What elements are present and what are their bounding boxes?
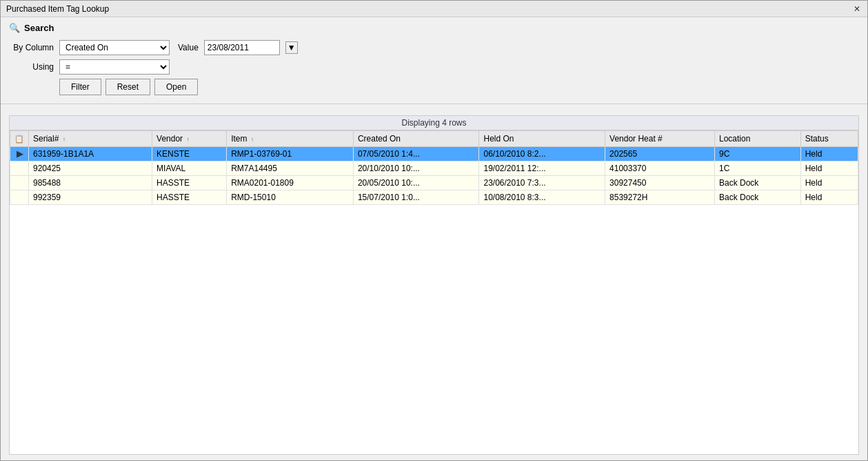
col-vendor-heat[interactable]: Vendor Heat # — [605, 131, 715, 147]
table-row[interactable]: 985488HASSTERMA0201-0180920/05/2010 10:.… — [10, 176, 858, 190]
row-indicator-cell — [10, 176, 29, 190]
vendor-cell: KENSTE — [152, 147, 227, 161]
status-cell: Held — [800, 190, 858, 205]
col-status[interactable]: Status — [800, 131, 858, 147]
held-on-cell: 19/02/2011 12:... — [479, 161, 605, 176]
location-cell: 1C — [715, 161, 801, 176]
table-body: ▶631959-1B1A1AKENSTERMP1-03769-0107/05/2… — [10, 147, 858, 205]
col-serial[interactable]: Serial# ↑ — [29, 131, 152, 147]
col-created-on[interactable]: Created On — [353, 131, 479, 147]
by-column-label: By Column — [9, 43, 54, 52]
col-vendor[interactable]: Vendor ↑ — [152, 131, 227, 147]
col-held-on[interactable]: Held On — [479, 131, 605, 147]
vendor-cell: MIAVAL — [152, 161, 227, 176]
filter-button[interactable]: Filter — [59, 79, 101, 95]
button-row: Filter Reset Open — [59, 79, 859, 95]
row-indicator-cell — [10, 190, 29, 205]
grid-section: Displaying 4 rows 📋 Serial# ↑ — [1, 110, 867, 460]
item-sort-icon: ↑ — [251, 136, 254, 143]
status-cell: Held — [800, 176, 858, 190]
main-window: Purchased Item Tag Lookup ✕ 🔍 Search By … — [0, 0, 868, 461]
open-button[interactable]: Open — [154, 79, 198, 95]
held-on-cell: 06/10/2010 8:2... — [479, 147, 605, 161]
column-select[interactable]: Created OnSerial#VendorItemHeld OnVendor… — [59, 40, 170, 55]
serial-sort-icon: ↑ — [63, 136, 66, 143]
using-row: Using =<><=>=<>LIKE — [9, 59, 859, 75]
created-on-cell: 20/05/2010 10:... — [353, 176, 479, 190]
held-on-cell: 23/06/2010 7:3... — [479, 176, 605, 190]
by-column-row: By Column Created OnSerial#VendorItemHel… — [9, 40, 859, 55]
search-header: 🔍 Search — [9, 23, 859, 33]
search-section: 🔍 Search By Column Created OnSerial#Vend… — [1, 17, 867, 104]
created-on-cell: 15/07/2010 1:0... — [353, 190, 479, 205]
search-icon: 🔍 — [9, 23, 20, 33]
close-button[interactable]: ✕ — [852, 4, 862, 14]
value-input[interactable] — [204, 40, 280, 55]
vendor-heat-cell: 41003370 — [605, 161, 715, 176]
serial-cell: 920425 — [29, 161, 152, 176]
data-table: 📋 Serial# ↑ Vendor ↑ Item — [10, 130, 858, 205]
title-bar: Purchased Item Tag Lookup ✕ — [1, 1, 867, 17]
value-dropdown-btn[interactable]: ▼ — [285, 41, 298, 54]
created-on-cell: 07/05/2010 1:4... — [353, 147, 479, 161]
status-cell: Held — [800, 161, 858, 176]
header-row: 📋 Serial# ↑ Vendor ↑ Item — [10, 131, 858, 147]
location-cell: 9C — [715, 147, 801, 161]
content-area: 🔍 Search By Column Created OnSerial#Vend… — [1, 17, 867, 460]
row-indicator-cell — [10, 161, 29, 176]
vendor-sort-icon: ↑ — [186, 136, 190, 143]
vendor-heat-cell: 8539272H — [605, 190, 715, 205]
grid-container[interactable]: 📋 Serial# ↑ Vendor ↑ Item — [9, 130, 859, 455]
section-divider — [1, 104, 867, 110]
vendor-cell: HASSTE — [152, 190, 227, 205]
vendor-heat-cell: 30927450 — [605, 176, 715, 190]
col-item[interactable]: Item ↑ — [227, 131, 354, 147]
table-row[interactable]: 920425MIAVALRM7A1449520/10/2010 10:...19… — [10, 161, 858, 176]
held-on-cell: 10/08/2010 8:3... — [479, 190, 605, 205]
item-cell: RM7A14495 — [227, 161, 354, 176]
col-location[interactable]: Location — [715, 131, 801, 147]
table-icon: 📋 — [14, 135, 24, 143]
vendor-heat-cell: 202565 — [605, 147, 715, 161]
created-on-cell: 20/10/2010 10:... — [353, 161, 479, 176]
table-row[interactable]: 992359HASSTERMD-1501015/07/2010 1:0...10… — [10, 190, 858, 205]
serial-cell: 631959-1B1A1A — [29, 147, 152, 161]
using-label: Using — [9, 62, 54, 72]
item-cell: RMA0201-01809 — [227, 176, 354, 190]
grid-info: Displaying 4 rows — [9, 115, 859, 130]
row-indicator-cell: ▶ — [10, 147, 29, 161]
window-title: Purchased Item Tag Lookup — [6, 4, 109, 14]
item-cell: RMD-15010 — [227, 190, 354, 205]
using-select[interactable]: =<><=>=<>LIKE — [59, 59, 170, 75]
table-header: 📋 Serial# ↑ Vendor ↑ Item — [10, 131, 858, 147]
value-label: Value — [178, 43, 199, 52]
search-label: Search — [24, 23, 54, 33]
status-cell: Held — [800, 147, 858, 161]
item-cell: RMP1-03769-01 — [227, 147, 354, 161]
serial-cell: 985488 — [29, 176, 152, 190]
location-cell: Back Dock — [715, 176, 801, 190]
table-row[interactable]: ▶631959-1B1A1AKENSTERMP1-03769-0107/05/2… — [10, 147, 858, 161]
reset-button[interactable]: Reset — [105, 79, 150, 95]
serial-cell: 992359 — [29, 190, 152, 205]
vendor-cell: HASSTE — [152, 176, 227, 190]
location-cell: Back Dock — [715, 190, 801, 205]
col-indicator: 📋 — [10, 131, 29, 147]
